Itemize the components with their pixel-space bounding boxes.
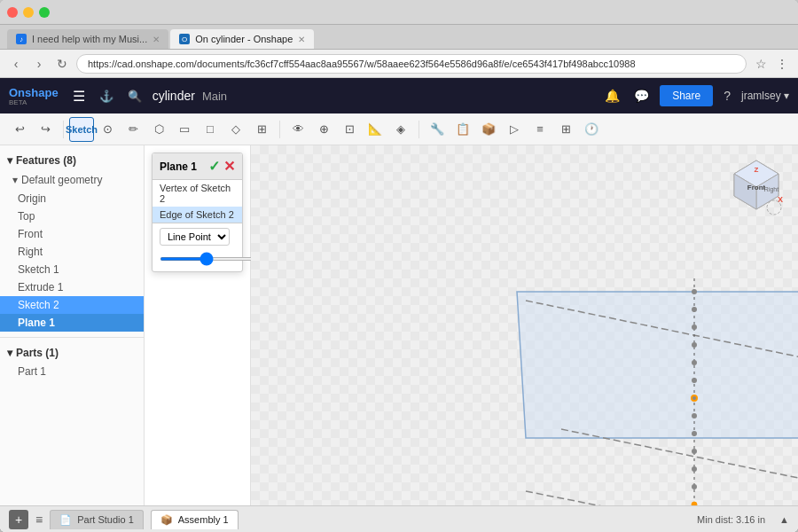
features-header: ▾ Features (8) xyxy=(0,151,144,170)
layers-btn[interactable]: ≡ xyxy=(528,117,552,142)
parts-expand-icon: ▾ xyxy=(7,347,12,359)
share-button[interactable]: Share xyxy=(660,85,713,106)
sim-btn[interactable]: ▷ xyxy=(502,117,527,142)
help-btn[interactable]: ? xyxy=(720,85,734,106)
search-btn[interactable]: 🔍 xyxy=(124,86,145,106)
browser-tab-onshape[interactable]: O On cylinder - Onshape ✕ xyxy=(170,29,314,49)
geometry-header[interactable]: ▾ Default geometry xyxy=(0,170,144,190)
svg-point-22 xyxy=(692,449,697,454)
sidebar-item-front[interactable]: Front xyxy=(0,225,144,243)
plane-list-item-edge[interactable]: Edge of Sketch 2 xyxy=(153,207,242,223)
sketch-btn[interactable]: Sketch xyxy=(69,117,94,142)
geometry-expand-icon: ▾ xyxy=(12,174,18,186)
undo-btn[interactable]: ↩ xyxy=(7,117,32,142)
geometry-label: Default geometry xyxy=(21,174,102,186)
svg-line-26 xyxy=(526,491,798,505)
plane-list-item-vertex[interactable]: Vertex of Sketch 2 xyxy=(153,180,242,207)
tab-close-music[interactable]: ✕ xyxy=(153,35,160,44)
square-btn[interactable]: □ xyxy=(198,117,223,142)
shape-btn[interactable]: ◇ xyxy=(223,117,248,142)
chat-btn[interactable]: 💬 xyxy=(630,85,653,106)
cad-drawing xyxy=(251,145,798,505)
grid-btn[interactable]: ⊞ xyxy=(249,117,274,142)
back-button[interactable]: ‹ xyxy=(7,55,25,73)
parts-btn[interactable]: 📦 xyxy=(476,117,501,142)
rect-btn[interactable]: ▭ xyxy=(172,117,197,142)
app-container: Onshape BETA ☰ ⚓ 🔍 cylinder Main 🔔 💬 Sha… xyxy=(0,78,798,532)
assembly1-icon: 📦 xyxy=(160,514,173,526)
sidebar-item-part1[interactable]: Part 1 xyxy=(0,363,144,380)
tab-part-studio[interactable]: 📄 Part Studio 1 xyxy=(50,510,144,529)
logo-beta: BETA xyxy=(9,99,27,106)
document-btn[interactable]: ⚓ xyxy=(96,86,117,106)
parts-header: ▾ Parts (1) xyxy=(0,343,144,363)
plane-type-row: Line Point xyxy=(153,223,242,250)
svg-point-21 xyxy=(692,431,697,436)
svg-point-16 xyxy=(692,342,697,348)
close-window-btn[interactable] xyxy=(7,7,18,18)
sidebar-item-sketch2[interactable]: Sketch 2 xyxy=(0,296,144,314)
tools-btn[interactable]: 🔧 xyxy=(425,117,450,142)
svg-point-18 xyxy=(692,378,697,383)
sidebar-item-origin[interactable]: Origin xyxy=(0,190,144,207)
fit-btn[interactable]: ⊡ xyxy=(337,117,362,142)
svg-point-20 xyxy=(692,413,697,419)
user-name[interactable]: jramlsey ▾ xyxy=(741,90,789,102)
assembly1-label: Assembly 1 xyxy=(178,514,229,525)
history-btn[interactable]: 🕐 xyxy=(579,117,604,142)
parts-section: ▾ Parts (1) Part 1 xyxy=(0,337,144,386)
measure-btn[interactable]: 📐 xyxy=(363,117,387,142)
plane-confirm-btn[interactable]: ✓ xyxy=(208,158,220,175)
material-btn[interactable]: ◈ xyxy=(388,117,413,142)
pen-btn[interactable]: ✏ xyxy=(121,117,145,142)
tab-label-music: I need help with my Musi... xyxy=(32,34,147,44)
hamburger-menu-btn[interactable]: ☰ xyxy=(69,84,89,108)
onshape-logo-area: Onshape BETA xyxy=(9,86,59,106)
svg-point-13 xyxy=(692,289,697,294)
list-tabs-btn[interactable]: ≡ xyxy=(35,512,43,527)
toolbar-group-tools: 🔧 📋 📦 ▷ ≡ ⊞ 🕐 xyxy=(425,117,604,142)
tab-favicon-music: ♪ xyxy=(16,34,27,44)
tab-label-onshape: On cylinder - Onshape xyxy=(195,34,293,44)
forward-button[interactable]: › xyxy=(30,55,48,73)
sidebar-item-extrude1[interactable]: Extrude 1 xyxy=(0,278,144,296)
svg-point-23 xyxy=(692,466,697,472)
refresh-button[interactable]: ↻ xyxy=(53,55,71,73)
sidebar-item-top[interactable]: Top xyxy=(0,207,144,225)
address-input[interactable] xyxy=(76,54,747,74)
svg-point-14 xyxy=(692,307,697,312)
toolbar-sep-2 xyxy=(279,121,280,138)
tab-close-onshape[interactable]: ✕ xyxy=(298,35,305,44)
zoom-btn[interactable]: ⊕ xyxy=(311,117,336,142)
plane-cancel-btn[interactable]: ✕ xyxy=(223,158,235,175)
circle-btn[interactable]: ⊙ xyxy=(95,117,120,142)
plane-type-select[interactable]: Line Point xyxy=(160,228,230,246)
doc-tab: Main xyxy=(202,90,227,103)
sidebar: ▾ Features (8) ▾ Default geometry Origin… xyxy=(0,145,145,505)
settings-btn[interactable]: ⋮ xyxy=(773,55,791,73)
clone-btn[interactable]: 📋 xyxy=(450,117,475,142)
add-tab-btn[interactable]: + xyxy=(9,510,28,529)
redo-btn[interactable]: ↪ xyxy=(33,117,58,142)
plane-slider-row: ? xyxy=(153,250,242,271)
sidebar-item-sketch1[interactable]: Sketch 1 xyxy=(0,261,144,278)
sidebar-item-right[interactable]: Right xyxy=(0,243,144,261)
view-btn[interactable]: 👁 xyxy=(286,117,310,142)
toolbar: ↩ ↪ Sketch ⊙ ✏ ⬡ ▭ □ ◇ ⊞ 👁 ⊕ ⊡ 📐 ◈ xyxy=(0,113,798,145)
viewport[interactable]: Z Front Right X xyxy=(251,145,798,505)
onshape-logo: Onshape xyxy=(9,86,59,99)
header-title-area: cylinder Main xyxy=(153,89,595,103)
minimize-window-btn[interactable] xyxy=(23,7,34,18)
maximize-window-btn[interactable] xyxy=(39,7,50,18)
sidebar-item-plane1[interactable]: Plane 1 xyxy=(0,314,144,332)
tab-assembly1[interactable]: 📦 Assembly 1 xyxy=(151,510,239,529)
plane-header-actions: ✓ ✕ xyxy=(208,158,235,175)
hex-btn[interactable]: ⬡ xyxy=(146,117,171,142)
plane-list: Vertex of Sketch 2 Edge of Sketch 2 xyxy=(153,180,242,223)
bookmark-btn[interactable]: ☆ xyxy=(752,55,770,73)
render-btn[interactable]: ⊞ xyxy=(553,117,578,142)
notifications-btn[interactable]: 🔔 xyxy=(601,85,623,106)
browser-tab-music[interactable]: ♪ I need help with my Musi... ✕ xyxy=(7,29,168,49)
toolbar-group-sketch: Sketch ⊙ ✏ ⬡ ▭ □ ◇ ⊞ xyxy=(69,117,274,142)
svg-point-24 xyxy=(692,484,697,489)
